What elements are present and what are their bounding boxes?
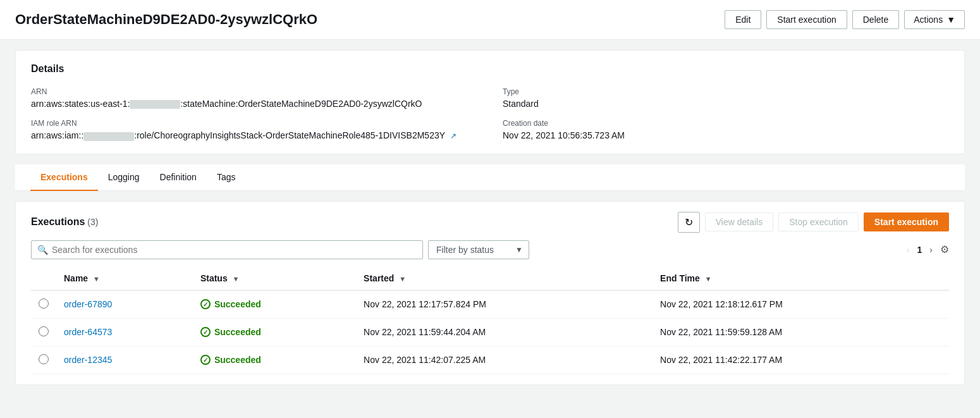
table-col-name[interactable]: Name ▼: [56, 267, 193, 290]
details-grid: ARN arn:aws:states:us-east-1: :stateMach…: [31, 87, 949, 141]
view-details-button[interactable]: View details: [705, 212, 773, 231]
table-header-row: Name ▼ Status ▼ Started ▼ End Time ▼: [31, 267, 949, 290]
row-radio-0[interactable]: [39, 298, 49, 309]
executions-count: (3): [87, 217, 98, 227]
row-status: ✓ Succeeded: [193, 290, 356, 319]
execution-link-2[interactable]: order-12345: [64, 355, 112, 365]
search-icon: 🔍: [37, 245, 48, 255]
external-link-icon: ↗: [450, 132, 456, 140]
page-header: OrderStateMachineD9DE2AD0-2ysywzlCQrkO E…: [0, 0, 980, 40]
status-succeeded-2: ✓ Succeeded: [200, 355, 348, 365]
table-col-endtime[interactable]: End Time ▼: [652, 267, 949, 290]
executions-title: Executions: [31, 216, 85, 227]
search-wrapper: 🔍: [31, 240, 423, 259]
status-succeeded-0: ✓ Succeeded: [200, 299, 348, 309]
row-radio-1[interactable]: [39, 326, 49, 336]
row-started: Nov 22, 2021 12:17:57.824 PM: [356, 290, 652, 319]
search-input[interactable]: [31, 240, 423, 259]
executions-header: Executions (3) ↻ View details Stop execu…: [31, 212, 949, 233]
header-actions: Edit Start execution Delete Actions ▼: [725, 10, 965, 29]
details-card: Details ARN arn:aws:states:us-east-1: :s…: [15, 50, 965, 154]
exec-header-right: ↻ View details Stop execution Start exec…: [678, 212, 949, 233]
table-row: order-12345 ✓ Succeeded Nov 22, 2021 11:…: [31, 346, 949, 374]
row-status: ✓ Succeeded: [193, 346, 356, 374]
main-content: Details ARN arn:aws:states:us-east-1: :s…: [0, 40, 980, 395]
row-name: order-12345: [56, 346, 193, 374]
table-col-started[interactable]: Started ▼: [356, 267, 652, 290]
refresh-button[interactable]: ↻: [678, 212, 700, 233]
pagination-row: ‹ 1 › ⚙: [903, 242, 949, 257]
row-endtime: Nov 22, 2021 11:42:22.177 AM: [652, 346, 949, 374]
filter-select[interactable]: Filter by status: [428, 240, 529, 259]
search-filter-row: 🔍 Filter by status ▼ ‹ 1 › ⚙: [31, 240, 949, 259]
sort-icon-status: ▼: [233, 275, 240, 283]
sort-icon-started: ▼: [399, 275, 406, 283]
prev-page-button[interactable]: ‹: [903, 242, 914, 257]
tab-logging[interactable]: Logging: [98, 164, 150, 191]
table-row: order-64573 ✓ Succeeded Nov 22, 2021 11:…: [31, 318, 949, 346]
succeeded-icon-2: ✓: [200, 355, 211, 365]
row-name: order-64573: [56, 318, 193, 346]
iam-item: IAM role ARN arn:aws:iam:: :role/Choreog…: [31, 119, 477, 140]
executions-title-area: Executions (3): [31, 216, 98, 228]
delete-button[interactable]: Delete: [852, 10, 899, 29]
iam-value: arn:aws:iam:: :role/ChoreographyInsights…: [31, 130, 477, 140]
row-radio-cell[interactable]: [31, 318, 56, 346]
row-name: order-67890: [56, 290, 193, 319]
execution-link-1[interactable]: order-64573: [64, 327, 112, 337]
execution-link-0[interactable]: order-67890: [64, 299, 112, 309]
start-execution-button[interactable]: Start execution: [864, 212, 949, 231]
type-value: Standard: [503, 99, 949, 109]
sort-icon-name: ▼: [93, 275, 100, 283]
tab-tags[interactable]: Tags: [207, 164, 246, 191]
refresh-icon: ↻: [685, 216, 693, 228]
details-title: Details: [31, 63, 949, 75]
tab-definition[interactable]: Definition: [150, 164, 207, 191]
stop-execution-button[interactable]: Stop execution: [778, 212, 859, 231]
edit-button[interactable]: Edit: [725, 10, 761, 29]
type-label: Type: [503, 87, 949, 96]
type-item: Type Standard: [503, 87, 949, 109]
status-succeeded-1: ✓ Succeeded: [200, 327, 348, 337]
arn-label: ARN: [31, 87, 477, 96]
table-col-status[interactable]: Status ▼: [193, 267, 356, 290]
creation-label: Creation date: [503, 119, 949, 128]
row-endtime: Nov 22, 2021 12:18:12.617 PM: [652, 290, 949, 319]
settings-icon[interactable]: ⚙: [940, 243, 949, 255]
executions-tbody: order-67890 ✓ Succeeded Nov 22, 2021 12:…: [31, 290, 949, 374]
table-select-col: [31, 267, 56, 290]
chevron-down-icon: ▼: [946, 15, 955, 25]
actions-button[interactable]: Actions ▼: [904, 10, 965, 29]
filter-wrapper: Filter by status ▼: [428, 240, 529, 259]
tab-executions[interactable]: Executions: [30, 164, 98, 191]
succeeded-icon-0: ✓: [200, 299, 211, 309]
creation-value: Nov 22, 2021 10:56:35.723 AM: [503, 130, 949, 140]
sort-icon-endtime: ▼: [705, 275, 712, 283]
row-radio-2[interactable]: [39, 354, 49, 364]
row-endtime: Nov 22, 2021 11:59:59.128 AM: [652, 318, 949, 346]
arn-value: arn:aws:states:us-east-1: :stateMachine:…: [31, 99, 477, 109]
iam-redacted: [83, 132, 134, 141]
row-radio-cell[interactable]: [31, 290, 56, 319]
iam-link[interactable]: arn:aws:iam:: :role/ChoreographyInsights…: [31, 130, 456, 140]
page-title: OrderStateMachineD9DE2AD0-2ysywzlCQrkO: [15, 11, 317, 28]
arn-redacted: [130, 100, 180, 109]
row-started: Nov 22, 2021 11:59:44.204 AM: [356, 318, 652, 346]
executions-section: Executions (3) ↻ View details Stop execu…: [15, 201, 965, 385]
iam-label: IAM role ARN: [31, 119, 477, 128]
executions-table: Name ▼ Status ▼ Started ▼ End Time ▼: [31, 267, 949, 374]
page-number: 1: [917, 245, 922, 255]
search-filter-group: 🔍 Filter by status ▼: [31, 240, 898, 259]
row-status: ✓ Succeeded: [193, 318, 356, 346]
tabs-bar: Executions Logging Definition Tags: [15, 164, 965, 191]
succeeded-icon-1: ✓: [200, 327, 211, 337]
creation-item: Creation date Nov 22, 2021 10:56:35.723 …: [503, 119, 949, 140]
next-page-button[interactable]: ›: [926, 242, 936, 257]
arn-item: ARN arn:aws:states:us-east-1: :stateMach…: [31, 87, 477, 109]
start-execution-button-header[interactable]: Start execution: [766, 10, 847, 29]
row-started: Nov 22, 2021 11:42:07.225 AM: [356, 346, 652, 374]
table-row: order-67890 ✓ Succeeded Nov 22, 2021 12:…: [31, 290, 949, 319]
row-radio-cell[interactable]: [31, 346, 56, 374]
